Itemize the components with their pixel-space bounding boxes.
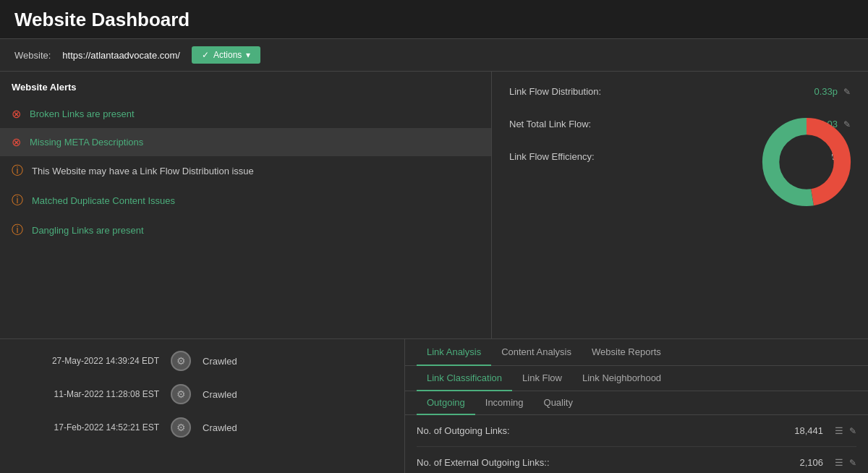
website-url: https://atlantaadvocate.com/ [62, 50, 180, 61]
external-outgoing-value: 2,106 [765, 457, 823, 468]
alert-item[interactable]: ⊗ Broken Links are present [0, 100, 491, 128]
sub-tab-bar: Link Classification Link Flow Link Neigh… [405, 366, 868, 391]
crawl-item: 27-May-2022 14:39:24 EDT ⚙ Crawled [14, 351, 390, 371]
error-icon: ⊗ [12, 135, 21, 149]
alert-item[interactable]: ⓘ Dangling Links are present [0, 216, 491, 245]
row-actions: ☰ ✎ [835, 425, 856, 436]
metrics-panel: Link Flow Distribution: 0.33p ✎ Net Tota… [492, 72, 868, 338]
list-icon[interactable]: ☰ [835, 457, 843, 468]
actions-button[interactable]: ✓ Actions ▾ [192, 46, 260, 64]
website-bar: Website: https://atlantaadvocate.com/ ✓ … [0, 39, 868, 72]
website-label: Website: [14, 50, 51, 61]
outgoing-links-value: 18,441 [765, 425, 823, 436]
tab-link-analysis[interactable]: Link Analysis [417, 339, 491, 366]
list-icon[interactable]: ☰ [835, 425, 843, 436]
warning-icon: ⓘ [12, 163, 23, 179]
crawl-item: 17-Feb-2022 14:52:21 EST ⚙ Crawled [14, 417, 390, 438]
edit-icon[interactable]: ✎ [843, 87, 851, 97]
link-flow-distribution-label: Link Flow Distribution: [509, 86, 814, 97]
donut-chart [760, 115, 854, 209]
tab-link-flow[interactable]: Link Flow [512, 366, 572, 391]
error-icon: ⊗ [12, 107, 21, 121]
alert-item[interactable]: ⓘ Matched Duplicate Content Issues [0, 186, 491, 216]
main-tab-bar: Link Analysis Content Analysis Website R… [405, 339, 868, 366]
alert-text: Dangling Links are present [32, 225, 144, 236]
crawl-date: 27-May-2022 14:39:24 EDT [14, 356, 159, 366]
gear-icon: ⚙ [176, 388, 186, 400]
edit-icon[interactable]: ✎ [849, 426, 856, 436]
alerts-list: ⊗ Broken Links are present ⊗ Missing MET… [0, 100, 491, 310]
crawl-item: 11-Mar-2022 11:28:08 EST ⚙ Crawled [14, 384, 390, 404]
gear-icon: ⚙ [176, 355, 186, 367]
crawl-date: 17-Feb-2022 14:52:21 EST [14, 422, 159, 432]
alerts-section: Website Alerts ⊗ Broken Links are presen… [0, 72, 492, 338]
tab-content-analysis[interactable]: Content Analysis [491, 339, 582, 366]
tab-link-classification[interactable]: Link Classification [417, 366, 512, 391]
svg-point-2 [780, 136, 833, 189]
tab-link-neighborhood[interactable]: Link Neighborhood [572, 366, 671, 391]
data-row: No. of External Outgoing Links:: 2,106 ☰… [417, 447, 856, 473]
analysis-panel: Link Analysis Content Analysis Website R… [405, 339, 868, 473]
crawl-circle: ⚙ [171, 384, 191, 404]
crawl-history: 27-May-2022 14:39:24 EDT ⚙ Crawled 11-Ma… [0, 339, 405, 473]
header: Website Dashboard [0, 0, 868, 39]
link-type-bar: Outgoing Incoming Quality [405, 391, 868, 415]
warning-icon: ⓘ [12, 193, 23, 208]
alert-text: This Website may have a Link Flow Distri… [32, 166, 254, 176]
link-flow-distribution-row: Link Flow Distribution: 0.33p ✎ [509, 86, 851, 97]
chevron-down-icon: ▾ [246, 50, 250, 60]
crawl-circle: ⚙ [171, 417, 191, 438]
alert-text: Matched Duplicate Content Issues [32, 195, 175, 206]
edit-icon[interactable]: ✎ [849, 458, 856, 468]
alert-text: Missing META Descriptions [30, 137, 143, 148]
tab-website-reports[interactable]: Website Reports [582, 339, 671, 366]
link-flow-distribution-value: 0.33p [814, 86, 838, 97]
gear-icon: ⚙ [176, 422, 186, 433]
outgoing-links-label: No. of Outgoing Links: [417, 425, 765, 436]
tab-quality[interactable]: Quality [534, 391, 583, 415]
crawl-status: Crawled [203, 356, 237, 367]
alert-item[interactable]: ⓘ This Website may have a Link Flow Dist… [0, 156, 491, 186]
alert-item[interactable]: ⊗ Missing META Descriptions [0, 128, 491, 156]
alerts-title: Website Alerts [0, 82, 491, 100]
top-section: Website Alerts ⊗ Broken Links are presen… [0, 72, 868, 339]
external-outgoing-label: No. of External Outgoing Links:: [417, 457, 765, 468]
tab-incoming[interactable]: Incoming [475, 391, 534, 415]
crawl-status: Crawled [203, 389, 237, 400]
data-row: No. of Outgoing Links: 18,441 ☰ ✎ [417, 415, 856, 447]
actions-label: Actions [213, 50, 242, 60]
alert-text: Broken Links are present [30, 108, 135, 119]
bottom-section: 27-May-2022 14:39:24 EDT ⚙ Crawled 11-Ma… [0, 339, 868, 473]
crawl-date: 11-Mar-2022 11:28:08 EST [14, 389, 159, 399]
row-actions: ☰ ✎ [835, 457, 856, 468]
data-rows: No. of Outgoing Links: 18,441 ☰ ✎ No. of… [405, 415, 868, 473]
tab-outgoing[interactable]: Outgoing [417, 391, 475, 415]
crawl-status: Crawled [203, 422, 237, 433]
crawl-circle: ⚙ [171, 351, 191, 371]
warning-icon: ⓘ [12, 223, 23, 238]
page-title: Website Dashboard [14, 9, 854, 31]
checkmark-icon: ✓ [202, 50, 209, 60]
